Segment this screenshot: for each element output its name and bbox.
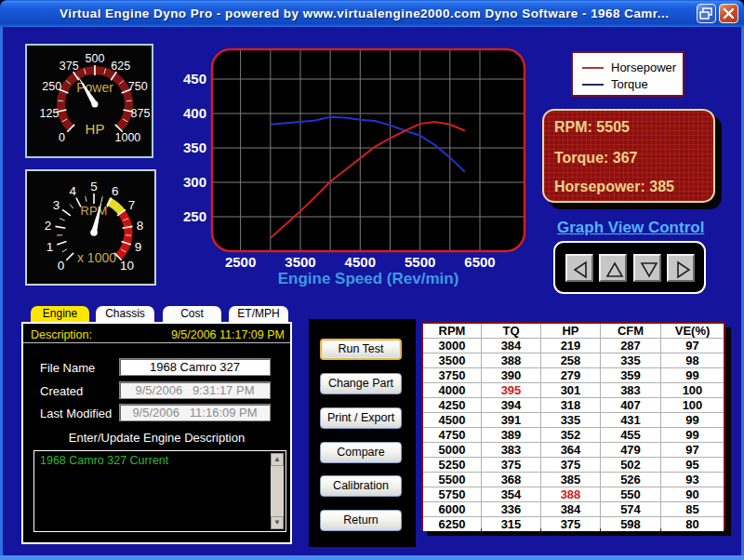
svg-text:5500: 5500 [405, 254, 435, 270]
svg-text:4: 4 [70, 184, 77, 198]
svg-text:1000: 1000 [114, 131, 140, 144]
svg-text:x 1000: x 1000 [77, 250, 116, 265]
svg-text:0: 0 [59, 131, 65, 144]
svg-text:375: 375 [60, 60, 79, 73]
svg-text:4500: 4500 [345, 254, 376, 270]
svg-text:5: 5 [90, 180, 98, 193]
svg-text:6500: 6500 [464, 254, 495, 270]
svg-text:9: 9 [135, 240, 142, 254]
svg-text:400: 400 [183, 105, 206, 121]
svg-text:6: 6 [112, 184, 119, 198]
svg-text:875: 875 [131, 107, 151, 120]
svg-text:125: 125 [40, 107, 60, 120]
svg-text:0: 0 [58, 259, 65, 273]
svg-text:750: 750 [128, 80, 148, 93]
svg-text:1: 1 [46, 240, 54, 254]
svg-text:Engine Speed (Rev/min): Engine Speed (Rev/min) [278, 270, 459, 287]
svg-text:3500: 3500 [285, 254, 315, 270]
svg-text:350: 350 [183, 140, 206, 155]
svg-text:450: 450 [183, 71, 206, 87]
svg-text:8: 8 [137, 219, 144, 233]
svg-text:300: 300 [183, 174, 206, 190]
svg-text:2500: 2500 [225, 254, 256, 270]
svg-text:250: 250 [183, 208, 206, 224]
svg-text:3: 3 [53, 198, 60, 212]
svg-text:RPM: RPM [81, 204, 108, 218]
svg-text:10: 10 [120, 259, 134, 273]
svg-text:2: 2 [45, 219, 52, 233]
svg-text:625: 625 [111, 60, 130, 73]
svg-text:250: 250 [42, 80, 61, 93]
svg-text:500: 500 [86, 52, 105, 65]
svg-text:HP: HP [86, 121, 105, 137]
svg-text:7: 7 [128, 198, 136, 212]
